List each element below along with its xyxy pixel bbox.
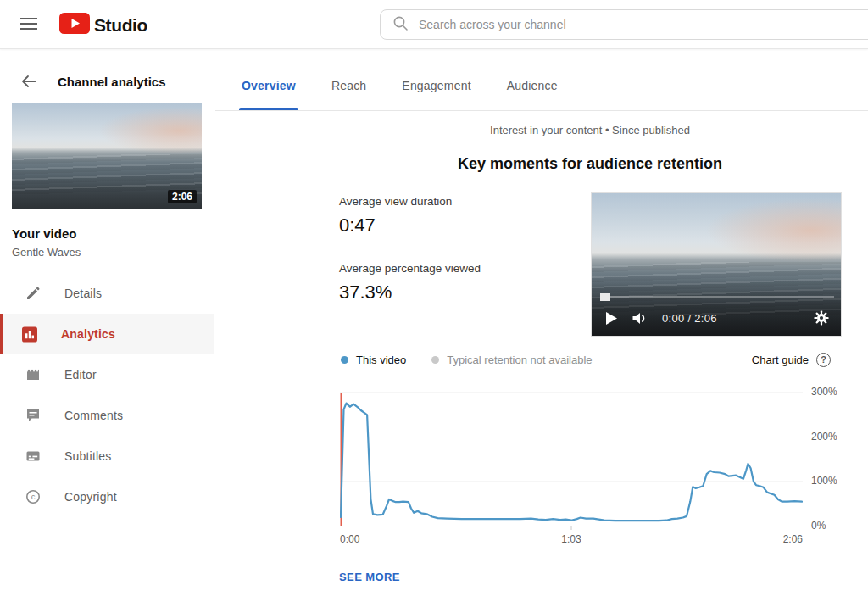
- video-thumbnail[interactable]: 2:06: [12, 103, 202, 209]
- duration-badge: 2:06: [168, 190, 197, 203]
- sidebar-item-details[interactable]: Details: [0, 273, 214, 314]
- pencil-icon: [25, 286, 41, 301]
- player-time-display: 0:00 / 2:06: [662, 312, 717, 325]
- tab-audience[interactable]: Audience: [507, 49, 558, 110]
- sidebar-item-comments[interactable]: Comments: [0, 395, 214, 436]
- search-icon: [392, 15, 409, 35]
- help-question-icon[interactable]: ?: [816, 353, 831, 367]
- legend-label-typical-retention: Typical retention not available: [447, 354, 592, 366]
- x-tick-label: 2:06: [783, 533, 803, 545]
- context-line: Interest in your content • Since publish…: [339, 124, 841, 136]
- settings-gear-icon[interactable]: [814, 310, 829, 326]
- comment-icon: [25, 408, 41, 423]
- sidebar-item-subtitles[interactable]: Subtitles: [0, 436, 214, 476]
- back-arrow-icon[interactable]: [20, 73, 37, 92]
- your-video-label: Your video: [12, 226, 76, 241]
- sidebar-item-copyright[interactable]: c Copyright: [0, 476, 214, 517]
- youtube-play-icon: [59, 13, 90, 37]
- film-icon: [25, 367, 41, 382]
- search-box[interactable]: [380, 9, 868, 40]
- sidebar-item-analytics[interactable]: Analytics: [0, 314, 214, 354]
- x-tick-label: 0:00: [340, 533, 359, 545]
- legend-dot-this-video: [341, 356, 348, 364]
- bar-chart-icon: [22, 326, 37, 342]
- main-content: Overview Reach Engagement Audience Inter…: [215, 49, 868, 596]
- retention-chart: 0%100%200%300% 0:001:032:06: [340, 386, 857, 555]
- sidebar: Channel analytics 2:06 Your video Gentle…: [0, 49, 214, 596]
- legend-label-this-video: This video: [356, 354, 406, 366]
- thumbnail-waves: [12, 154, 202, 194]
- copyright-icon: c: [25, 489, 41, 504]
- chart-guide-link[interactable]: Chart guide ?: [752, 353, 831, 367]
- sidebar-item-label: Comments: [64, 409, 123, 422]
- see-more-link[interactable]: SEE MORE: [339, 571, 400, 583]
- tab-engagement[interactable]: Engagement: [402, 49, 470, 110]
- subtitles-icon: [25, 448, 41, 464]
- sidebar-nav: Details Analytics Editor Comments Subtit…: [0, 273, 214, 517]
- chart-guide-label: Chart guide: [752, 354, 809, 366]
- search-input[interactable]: [419, 18, 868, 31]
- analytics-tabs: Overview Reach Engagement Audience: [215, 49, 868, 111]
- video-player[interactable]: 0:00 / 2:06: [591, 192, 842, 337]
- volume-icon[interactable]: [632, 311, 648, 326]
- metric-label-avg-percentage-viewed: Average percentage viewed: [339, 262, 481, 275]
- y-tick-label: 200%: [811, 431, 837, 443]
- chart-legend: This video Typical retention not availab…: [341, 352, 831, 367]
- legend-dot-typical-retention: [431, 356, 439, 364]
- sidebar-title: Channel analytics: [58, 75, 166, 89]
- sidebar-item-label: Subtitles: [64, 449, 112, 463]
- y-tick-label: 100%: [811, 475, 837, 487]
- play-icon[interactable]: [605, 311, 618, 326]
- metric-value-avg-percentage-viewed: 37.3%: [339, 281, 392, 304]
- player-scrubber[interactable]: [600, 296, 834, 298]
- metric-value-avg-view-duration: 0:47: [339, 214, 376, 237]
- scrubber-handle[interactable]: [600, 293, 610, 301]
- player-controls: 0:00 / 2:06: [605, 309, 829, 327]
- sidebar-item-label: Editor: [64, 368, 97, 382]
- x-tick-label: 1:03: [561, 533, 581, 545]
- tab-overview[interactable]: Overview: [242, 49, 296, 110]
- svg-text:c: c: [31, 492, 36, 501]
- hamburger-menu-icon[interactable]: [20, 18, 39, 31]
- logo-text: Studio: [94, 15, 147, 36]
- topbar: Studio: [0, 0, 868, 49]
- page-title: Key moments for audience retention: [339, 155, 841, 173]
- sidebar-item-editor[interactable]: Editor: [0, 354, 214, 395]
- retention-chart-plot[interactable]: [340, 386, 803, 532]
- sidebar-item-label: Analytics: [61, 327, 115, 341]
- youtube-studio-logo[interactable]: Studio: [59, 13, 147, 37]
- metric-label-avg-view-duration: Average view duration: [339, 195, 452, 208]
- retention-line: [341, 404, 802, 521]
- x-axis-labels: 0:001:032:06: [340, 533, 803, 547]
- video-title: Gentle Waves: [12, 246, 81, 259]
- y-tick-label: 0%: [811, 520, 826, 532]
- sidebar-item-label: Details: [64, 287, 102, 300]
- y-axis-labels: 0%100%200%300%: [811, 386, 854, 532]
- sidebar-item-label: Copyright: [64, 490, 117, 504]
- y-tick-label: 300%: [811, 386, 837, 398]
- tab-reach[interactable]: Reach: [331, 49, 366, 110]
